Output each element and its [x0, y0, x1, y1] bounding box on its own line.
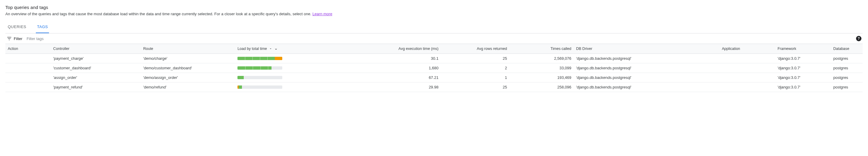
cell-times: 193,469: [509, 73, 574, 83]
col-rows[interactable]: Avg rows returned: [441, 44, 509, 54]
col-times[interactable]: Times called: [509, 44, 574, 54]
cell-app: [719, 73, 775, 83]
load-bar: [238, 76, 282, 79]
cell-exec: 29.98: [346, 83, 441, 92]
cell-times: 258,096: [509, 83, 574, 92]
load-bar: [238, 66, 282, 70]
load-bar: [238, 86, 282, 89]
cell-exec: 30.1: [346, 54, 441, 63]
cell-controller: 'customer_dashboard': [51, 63, 141, 73]
cell-driver: 'django.db.backends.postgresql': [574, 63, 719, 73]
cell-database: postgres: [831, 54, 863, 63]
cell-load: [235, 83, 346, 92]
cell-framework: 'django:3.0.7': [775, 54, 831, 63]
tab-bar: QUERIES TAGS: [5, 22, 863, 33]
cell-database: postgres: [831, 63, 863, 73]
cell-driver: 'django.db.backends.postgresql': [574, 83, 719, 92]
table-row[interactable]: 'assign_order''demo/assign_order'67.2111…: [5, 73, 863, 83]
cell-route: 'demo/customer_dashboard': [141, 63, 235, 73]
section-title: Top queries and tags: [5, 5, 863, 10]
cell-route: 'demo/charge': [141, 54, 235, 63]
help-icon[interactable]: ?: [856, 36, 861, 41]
cell-controller: 'payment_charge': [51, 54, 141, 63]
cell-app: [719, 63, 775, 73]
cell-app: [719, 83, 775, 92]
cell-controller: 'assign_order': [51, 73, 141, 83]
cell-rows: 25: [441, 83, 509, 92]
cell-load: [235, 63, 346, 73]
tags-table: Action Controller Route Load by total ti…: [5, 44, 863, 92]
col-action[interactable]: Action: [5, 44, 51, 54]
cell-load: [235, 54, 346, 63]
cell-action: [5, 63, 51, 73]
cell-route: 'demo/refund': [141, 83, 235, 92]
sort-caret-icon: [269, 47, 272, 51]
cell-exec: 1,680: [346, 63, 441, 73]
cell-framework: 'django:3.0.7': [775, 63, 831, 73]
cell-load: [235, 73, 346, 83]
cell-rows: 25: [441, 54, 509, 63]
cell-route: 'demo/assign_order': [141, 73, 235, 83]
cell-times: 33,099: [509, 63, 574, 73]
tab-queries[interactable]: QUERIES: [7, 22, 28, 33]
col-driver[interactable]: DB Driver: [574, 44, 719, 54]
cell-database: postgres: [831, 83, 863, 92]
cell-action: [5, 73, 51, 83]
filter-input[interactable]: [27, 36, 856, 41]
cell-driver: 'django.db.backends.postgresql': [574, 54, 719, 63]
col-database[interactable]: Database: [831, 44, 863, 54]
arrow-down-icon: [274, 47, 278, 51]
cell-framework: 'django:3.0.7': [775, 73, 831, 83]
cell-action: [5, 54, 51, 63]
cell-framework: 'django:3.0.7': [775, 83, 831, 92]
cell-rows: 2: [441, 63, 509, 73]
col-route[interactable]: Route: [141, 44, 235, 54]
cell-controller: 'payment_refund': [51, 83, 141, 92]
table-row[interactable]: 'payment_refund''demo/refund'29.9825258,…: [5, 83, 863, 92]
cell-database: postgres: [831, 73, 863, 83]
section-description: An overview of the queries and tags that…: [5, 12, 863, 16]
filter-label: Filter: [14, 36, 22, 41]
col-app[interactable]: Application: [719, 44, 775, 54]
col-exec[interactable]: Avg execution time (ms): [346, 44, 441, 54]
col-controller[interactable]: Controller: [51, 44, 141, 54]
cell-exec: 67.21: [346, 73, 441, 83]
cell-app: [719, 54, 775, 63]
col-load-label: Load by total time: [238, 46, 267, 51]
filter-icon: [7, 36, 12, 41]
cell-rows: 1: [441, 73, 509, 83]
cell-times: 2,569,076: [509, 54, 574, 63]
col-load[interactable]: Load by total time: [235, 44, 346, 54]
col-framework[interactable]: Framework: [775, 44, 831, 54]
learn-more-link[interactable]: Learn more: [312, 12, 332, 16]
tab-tags[interactable]: TAGS: [36, 22, 49, 33]
table-row[interactable]: 'payment_charge''demo/charge'30.1252,569…: [5, 54, 863, 63]
cell-driver: 'django.db.backends.postgresql': [574, 73, 719, 83]
table-row[interactable]: 'customer_dashboard''demo/customer_dashb…: [5, 63, 863, 73]
description-text: An overview of the queries and tags that…: [5, 12, 312, 16]
load-bar: [238, 57, 282, 60]
cell-action: [5, 83, 51, 92]
